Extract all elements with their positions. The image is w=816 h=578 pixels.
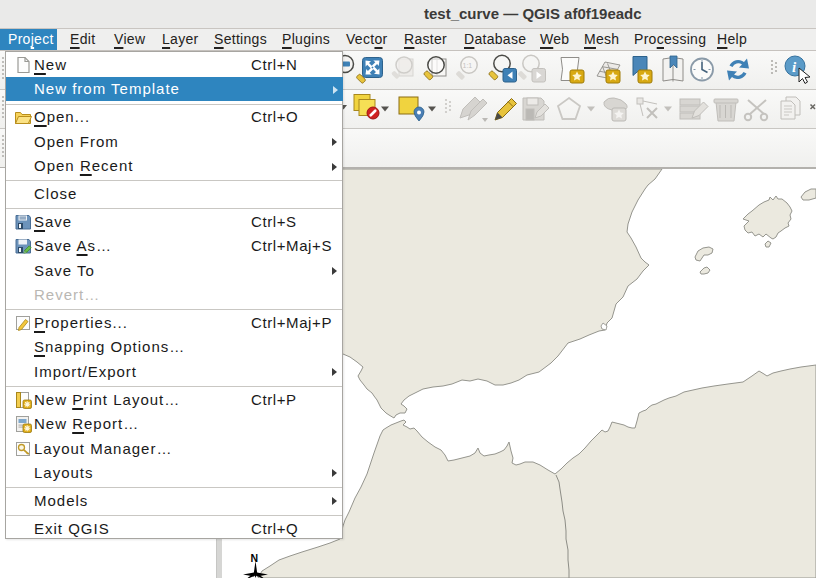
svg-text:1:1: 1:1: [463, 62, 473, 69]
svg-text:N: N: [251, 552, 259, 564]
